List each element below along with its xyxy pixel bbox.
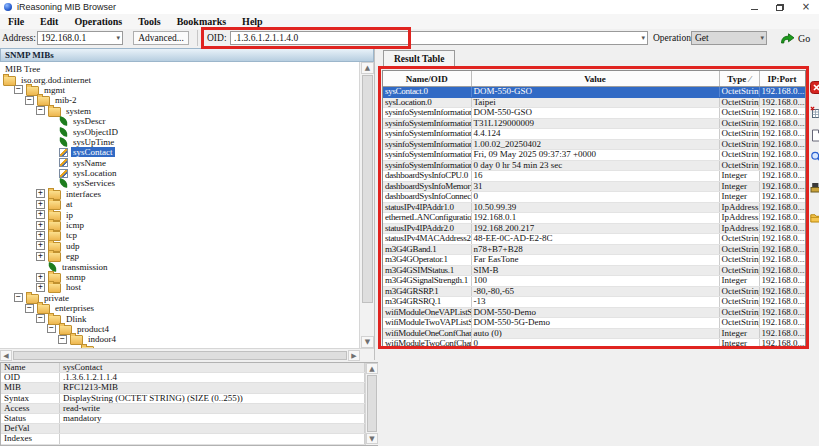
- result-row[interactable]: wifiModuleOneConfChann...auto (0)Integer…: [383, 328, 805, 339]
- export-table-icon[interactable]: [810, 105, 819, 118]
- result-row[interactable]: sysContact.0DOM-550-GSOOctetString192.16…: [383, 87, 805, 98]
- result-row[interactable]: m3G4GRSRQ.1-13OctetString192.168.0....: [383, 297, 805, 308]
- tree-node-sysuptime[interactable]: sysUpTime: [0, 137, 359, 147]
- collapse-icon[interactable]: −: [25, 96, 34, 105]
- column-header-name-oid[interactable]: Name/OID: [383, 71, 471, 87]
- result-row[interactable]: wifiModuleTwoConfChan...0Integer192.168.…: [383, 339, 805, 348]
- result-row[interactable]: m3G4GBand.1n78+B7+B28OctetString192.168.…: [383, 244, 805, 255]
- collapse-icon[interactable]: −: [25, 304, 34, 313]
- result-row[interactable]: sysinfoSystemInformation...4.4.124OctetS…: [383, 129, 805, 140]
- address-combo[interactable]: 192.168.0.1 ▾: [37, 31, 123, 45]
- oid-value: .1.3.6.1.2.1.1.4.0: [234, 33, 298, 43]
- scroll-left-icon[interactable]: ◀: [0, 350, 12, 361]
- result-row[interactable]: sysinfoSystemInformationF...1.00.02_2025…: [383, 139, 805, 150]
- expand-icon[interactable]: +: [36, 252, 45, 261]
- cell-value: DOM-550-GSO: [471, 108, 719, 119]
- go-button[interactable]: Go: [780, 31, 810, 46]
- expand-icon[interactable]: +: [36, 273, 45, 282]
- tree-node-sysobjectid[interactable]: sysObjectID: [0, 126, 359, 136]
- maximize-button[interactable]: [767, 0, 793, 14]
- tab-result-table[interactable]: Result Table: [383, 50, 455, 67]
- scrollbar-thumb[interactable]: [367, 375, 377, 432]
- menu-edit[interactable]: Edit: [32, 15, 66, 29]
- expand-icon[interactable]: +: [36, 210, 45, 219]
- scroll-up-icon[interactable]: ▲: [361, 62, 374, 74]
- column-header-ip-port[interactable]: IP:Port: [759, 71, 805, 87]
- tree-node-dlink[interactable]: −Dlink: [0, 313, 359, 323]
- result-row[interactable]: sysinfoSystemInformation...DOM-550-GSOOc…: [383, 108, 805, 119]
- search-icon[interactable]: [810, 150, 819, 163]
- tree-node-mgmt[interactable]: −mgmt: [0, 85, 359, 95]
- scrollbar-thumb[interactable]: [362, 75, 373, 303]
- result-row[interactable]: sysinfoSystemInformation...0 day 0 hr 54…: [383, 160, 805, 171]
- result-row[interactable]: m3G4GSIMStatus.1SIM-BOctetString192.168.…: [383, 265, 805, 276]
- chevron-down-icon[interactable]: ▾: [760, 32, 766, 44]
- expand-icon[interactable]: +: [36, 231, 45, 240]
- collapse-icon[interactable]: −: [58, 335, 67, 344]
- tree-node-product4[interactable]: −product4: [0, 324, 359, 334]
- tree-node-iso.org.dod.internet[interactable]: iso.org.dod.internet: [0, 74, 359, 84]
- menu-tools[interactable]: Tools: [130, 15, 168, 29]
- result-row[interactable]: ethernetLANConfiguration...192.168.0.1Ip…: [383, 213, 805, 224]
- scroll-down-icon[interactable]: ▼: [366, 433, 378, 444]
- result-row[interactable]: m3G4GRSRP.1-80,-80,-65OctetString192.168…: [383, 286, 805, 297]
- operations-combo[interactable]: Get ▾: [691, 31, 767, 45]
- result-row[interactable]: wifiModuleTwoVAPListSS...DOM-550-5G-Demo…: [383, 318, 805, 329]
- detail-vertical-scrollbar[interactable]: ▲ ▼: [365, 363, 378, 445]
- collapse-icon[interactable]: −: [47, 324, 56, 333]
- tree-node-sysdescr[interactable]: sysDescr: [0, 116, 359, 126]
- result-row[interactable]: statusIPv4IPAddr2.0192.168.200.217IpAddr…: [383, 223, 805, 234]
- column-header-value[interactable]: Value: [471, 71, 719, 87]
- menu-file[interactable]: File: [0, 15, 32, 29]
- tree-node-system[interactable]: −system: [0, 106, 359, 116]
- result-row[interactable]: statusIPv4MACAddress2.048-EE-0C-AD-E2-8C…: [383, 234, 805, 245]
- tree-horizontal-scrollbar[interactable]: ◀ ▶: [0, 348, 374, 360]
- tree-node-host[interactable]: +host: [0, 282, 359, 292]
- expand-icon[interactable]: +: [36, 241, 45, 250]
- result-row[interactable]: m3G4GSignalStrength.1100Integer192.168.0…: [383, 276, 805, 287]
- expand-icon[interactable]: +: [36, 221, 45, 230]
- tree-node-mib tree[interactable]: MIB Tree: [0, 64, 359, 74]
- tree-node-indoor4[interactable]: −indoor4: [0, 334, 359, 344]
- new-document-icon[interactable]: [810, 128, 819, 141]
- tree-node-egp[interactable]: +egp: [0, 251, 359, 261]
- column-header-type[interactable]: Type∕: [719, 71, 759, 87]
- tree-node-sysname[interactable]: sysName: [0, 158, 359, 168]
- scroll-right-icon[interactable]: ▶: [348, 350, 360, 361]
- collapse-icon[interactable]: −: [36, 106, 45, 115]
- expand-icon[interactable]: +: [36, 189, 45, 198]
- collapse-icon[interactable]: −: [14, 293, 23, 302]
- tree-node-syslocation[interactable]: sysLocation: [0, 168, 359, 178]
- result-row[interactable]: sysLocation.0TaipeiOctetString192.168.0.…: [383, 97, 805, 108]
- result-row[interactable]: sysinfoSystemInformationS...Fri, 09 May …: [383, 150, 805, 161]
- result-row[interactable]: dashboardSysInfoMemory.031Integer192.168…: [383, 181, 805, 192]
- expand-icon[interactable]: +: [36, 283, 45, 292]
- chevron-down-icon[interactable]: ▾: [641, 32, 647, 44]
- delete-result-icon[interactable]: [810, 80, 819, 93]
- scroll-down-icon[interactable]: ▼: [361, 336, 374, 348]
- walk-icon[interactable]: [810, 180, 819, 193]
- result-row[interactable]: dashboardSysInfoCPU.016Integer192.168.0.…: [383, 171, 805, 182]
- menu-bookmarks[interactable]: Bookmarks: [169, 15, 234, 29]
- menu-help[interactable]: Help: [234, 15, 271, 29]
- collapse-icon[interactable]: −: [14, 85, 23, 94]
- menu-operations[interactable]: Operations: [66, 15, 130, 29]
- result-row[interactable]: statusIPv4IPAddr1.010.50.99.39IpAddress1…: [383, 202, 805, 213]
- tree-node-syscontact[interactable]: sysContact: [0, 147, 359, 157]
- close-button[interactable]: ×: [793, 0, 819, 14]
- result-row[interactable]: wifiModuleOneVAPListSSI...DOM-550-DemoOc…: [383, 307, 805, 318]
- result-row[interactable]: m3G4GOperator.1Far EasToneOctetString192…: [383, 255, 805, 266]
- expand-icon[interactable]: +: [36, 200, 45, 209]
- scrollbar-thumb[interactable]: [13, 351, 347, 360]
- result-row[interactable]: sysinfoSystemInformation...T31L129000009…: [383, 118, 805, 129]
- open-folder-icon[interactable]: [810, 210, 819, 223]
- result-row[interactable]: dashboardSysInfoConnecti...0Integer192.1…: [383, 192, 805, 203]
- oid-combo[interactable]: .1.3.6.1.2.1.1.4.0 ▾: [230, 31, 648, 45]
- collapse-icon[interactable]: −: [36, 314, 45, 323]
- tree-vertical-scrollbar[interactable]: ▲ ▼: [359, 62, 374, 348]
- advanced-button[interactable]: Advanced...: [133, 31, 189, 45]
- tree-node-private[interactable]: −private: [0, 293, 359, 303]
- chevron-down-icon[interactable]: ▾: [116, 32, 122, 44]
- minimize-button[interactable]: [741, 0, 767, 14]
- scroll-up-icon[interactable]: ▲: [366, 363, 378, 374]
